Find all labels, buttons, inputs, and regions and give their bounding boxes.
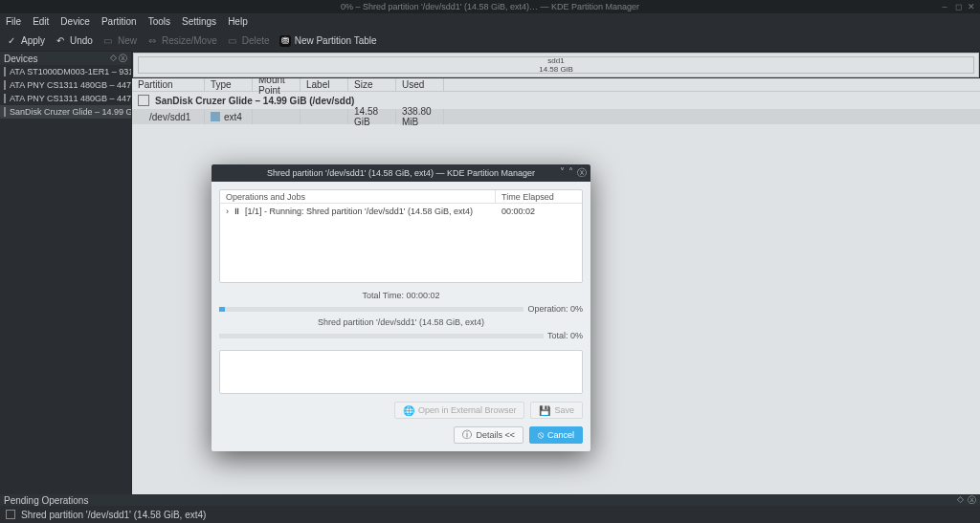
panel-close-icon[interactable]: ⓧ xyxy=(968,494,976,507)
disk-icon xyxy=(4,107,6,117)
menu-settings[interactable]: Settings xyxy=(182,16,216,27)
pending-item[interactable]: Shred partition '/dev/sdd1' (14.58 GiB, … xyxy=(21,510,206,520)
window-titlebar: 0% – Shred partition '/dev/sdd1' (14.58 … xyxy=(0,0,980,13)
window-minimize-icon[interactable]: – xyxy=(940,2,949,11)
col-label[interactable]: Label xyxy=(301,78,348,91)
device-label: ATA PNY CS1311 480GB – 447.13 GiB (/… xyxy=(10,80,131,90)
operations-list: Operations and Jobs Time Elapsed › ⏸ [1/… xyxy=(219,189,583,283)
disk-icon xyxy=(4,80,6,90)
menu-tools[interactable]: Tools xyxy=(148,16,170,27)
toolbar: ✓ Apply ↶ Undo ▭ New ⇔ Resize/Move ▭ Del… xyxy=(0,31,980,52)
menu-device[interactable]: Device xyxy=(60,16,90,27)
row-size: 14.58 GiB xyxy=(354,106,390,127)
panel-close-icon[interactable]: ⓧ xyxy=(119,53,127,65)
device-row-label: SanDisk Cruzer Glide – 14.99 GiB (/dev/s… xyxy=(155,96,354,106)
dialog-collapse-icon[interactable]: ˄ xyxy=(568,166,573,180)
dialog-menu-icon[interactable]: ˅ xyxy=(560,166,565,180)
device-item[interactable]: SanDisk Cruzer Glide – 14.99 GiB (/dev… xyxy=(0,105,131,119)
row-label xyxy=(301,109,348,124)
partition-device-row[interactable]: SanDisk Cruzer Glide – 14.99 GiB (/dev/s… xyxy=(132,92,980,109)
operation-text: [1/1] - Running: Shred partition '/dev/s… xyxy=(245,207,473,216)
menu-help[interactable]: Help xyxy=(228,16,248,27)
details-button[interactable]: ⓘ Details << xyxy=(454,426,523,444)
table-row[interactable]: /dev/sdd1 ext4 14.58 GiB 338.80 MiB xyxy=(132,109,980,124)
operation-time: 00:00:02 xyxy=(501,207,535,216)
panel-float-icon[interactable]: ◇ xyxy=(110,53,117,65)
pending-operations-list: Shred partition '/dev/sdd1' (14.58 GiB, … xyxy=(0,506,980,523)
dialog-title: Shred partition '/dev/sdd1' (14.58 GiB, … xyxy=(267,168,535,178)
subtask-label: Shred partition '/dev/sdd1' (14.58 GiB, … xyxy=(219,317,583,327)
toolbar-newtable-label: New Partition Table xyxy=(295,35,377,46)
total-progress-row: Total: 0% xyxy=(219,331,583,340)
new-partition-table-button[interactable]: ⛃ New Partition Table xyxy=(279,35,377,47)
total-progressbar xyxy=(219,334,544,338)
undo-icon: ↶ xyxy=(55,35,66,47)
device-label: ATA PNY CS1311 480GB – 447.13 GiB (/… xyxy=(10,94,131,103)
open-external-browser-button: 🌐 Open in External Browser xyxy=(394,402,525,419)
device-item[interactable]: ATA PNY CS1311 480GB – 447.13 GiB (/… xyxy=(0,78,131,92)
pending-title: Pending Operations xyxy=(4,495,88,506)
delete-icon: ▭ xyxy=(227,35,238,47)
menu-file[interactable]: File xyxy=(6,16,21,27)
total-percent: Total: 0% xyxy=(547,331,583,340)
col-used[interactable]: Used xyxy=(396,78,444,91)
col-time: Time Elapsed xyxy=(496,190,582,203)
device-item[interactable]: ATA PNY CS1311 480GB – 447.13 GiB (/… xyxy=(0,92,131,105)
toolbar-apply-label: Apply xyxy=(21,35,45,46)
toolbar-delete-label: Delete xyxy=(242,35,270,46)
row-type: ext4 xyxy=(224,112,242,122)
dialog-actions-lower: ⓘ Details << ⦸ Cancel xyxy=(219,426,583,444)
check-icon: ✓ xyxy=(6,35,17,47)
device-item[interactable]: ATA ST1000DM003-1ER1 – 931.51 GiB (… xyxy=(0,65,131,78)
col-type[interactable]: Type xyxy=(205,78,253,91)
total-time-label: Total Time: 00:00:02 xyxy=(219,291,583,300)
window-close-icon[interactable]: ✕ xyxy=(967,2,976,11)
operation-icon xyxy=(6,510,15,519)
window-title: 0% – Shred partition '/dev/sdd1' (14.58 … xyxy=(341,2,639,11)
cancel-icon: ⦸ xyxy=(538,429,544,441)
undo-button[interactable]: ↶ Undo xyxy=(55,35,93,47)
menubar: File Edit Device Partition Tools Setting… xyxy=(0,13,980,31)
device-list: ATA ST1000DM003-1ER1 – 931.51 GiB (… ATA… xyxy=(0,65,131,494)
save-button: 💾 Save xyxy=(530,402,583,419)
pending-operations-header: Pending Operations ◇ ⓧ xyxy=(0,494,980,506)
device-label: ATA ST1000DM003-1ER1 – 931.51 GiB (… xyxy=(10,67,131,76)
drive-icon: ⛃ xyxy=(279,35,291,47)
col-mount[interactable]: Mount Point xyxy=(253,78,301,91)
dialog-close-icon[interactable]: ⓧ xyxy=(577,166,587,180)
toolbar-new-label: New xyxy=(118,35,137,46)
partition-table-header: Partition Type Mount Point Label Size Us… xyxy=(132,78,980,92)
hdd-icon xyxy=(138,95,149,106)
apply-button[interactable]: ✓ Apply xyxy=(6,35,45,47)
operation-percent: Operation: 0% xyxy=(527,304,583,314)
row-partition: /dev/sdd1 xyxy=(149,112,190,122)
row-mount xyxy=(253,109,301,124)
toolbar-undo-label: Undo xyxy=(70,35,93,46)
cancel-label: Cancel xyxy=(547,430,574,440)
col-size[interactable]: Size xyxy=(348,78,396,91)
devices-panel-header: Devices ◇ ⓧ xyxy=(0,52,131,65)
window-maximize-icon[interactable]: ◻ xyxy=(953,2,963,11)
disk-map[interactable]: sdd1 14.58 GiB xyxy=(133,53,979,77)
chevron-right-icon[interactable]: › xyxy=(226,207,229,216)
toolbar-resize-label: Resize/Move xyxy=(162,35,217,46)
col-ops: Operations and Jobs xyxy=(220,190,496,203)
panel-float-icon[interactable]: ◇ xyxy=(957,494,964,507)
menu-edit[interactable]: Edit xyxy=(33,16,49,27)
dialog-body: Operations and Jobs Time Elapsed › ⏸ [1/… xyxy=(212,182,590,451)
fs-icon xyxy=(211,112,220,121)
open-browser-label: Open in External Browser xyxy=(418,405,517,415)
menu-partition[interactable]: Partition xyxy=(101,16,137,27)
details-label: Details << xyxy=(476,430,515,440)
operations-header: Operations and Jobs Time Elapsed xyxy=(220,190,582,204)
row-used: 338.80 MiB xyxy=(402,106,437,127)
col-partition[interactable]: Partition xyxy=(132,78,205,91)
operation-progressbar xyxy=(219,307,523,312)
info-icon: ⓘ xyxy=(462,428,472,442)
devices-title: Devices xyxy=(4,54,38,64)
cancel-button[interactable]: ⦸ Cancel xyxy=(529,426,583,444)
operation-row[interactable]: › ⏸ [1/1] - Running: Shred partition '/d… xyxy=(220,204,582,219)
device-label: SanDisk Cruzer Glide – 14.99 GiB (/dev… xyxy=(10,107,131,117)
log-output xyxy=(219,350,583,394)
disk-icon xyxy=(4,94,6,103)
